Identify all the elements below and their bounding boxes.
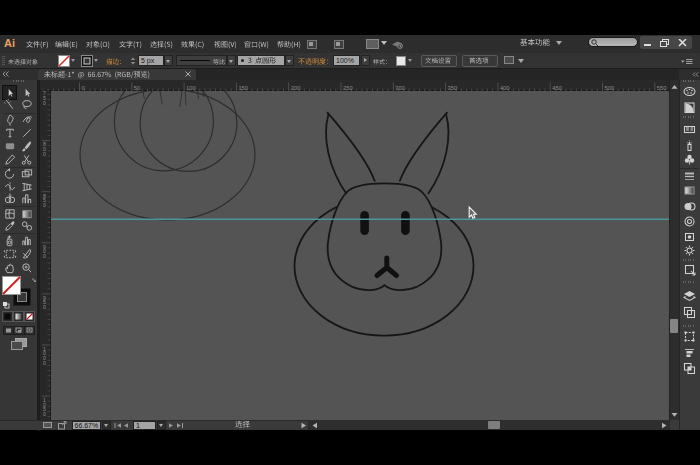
svg-text:0: 0 xyxy=(43,151,46,157)
svg-text:0: 0 xyxy=(43,100,46,106)
svg-text:0: 0 xyxy=(43,411,46,417)
svg-text:0: 0 xyxy=(82,84,85,90)
svg-text:0: 0 xyxy=(43,304,46,310)
svg-text:50: 50 xyxy=(134,84,140,90)
svg-text:100: 100 xyxy=(186,84,196,90)
svg-text:500: 500 xyxy=(605,84,615,90)
svg-text:250: 250 xyxy=(343,84,353,90)
svg-text:300: 300 xyxy=(395,84,405,90)
svg-text:0: 0 xyxy=(43,202,46,208)
svg-text:200: 200 xyxy=(291,84,301,90)
svg-text:450: 450 xyxy=(552,84,562,90)
svg-text:350: 350 xyxy=(448,84,458,90)
svg-text:0: 0 xyxy=(43,253,46,259)
svg-text:550: 550 xyxy=(657,84,667,90)
svg-text:150: 150 xyxy=(238,84,248,90)
svg-text:0: 0 xyxy=(43,360,46,366)
svg-text:400: 400 xyxy=(500,84,510,90)
